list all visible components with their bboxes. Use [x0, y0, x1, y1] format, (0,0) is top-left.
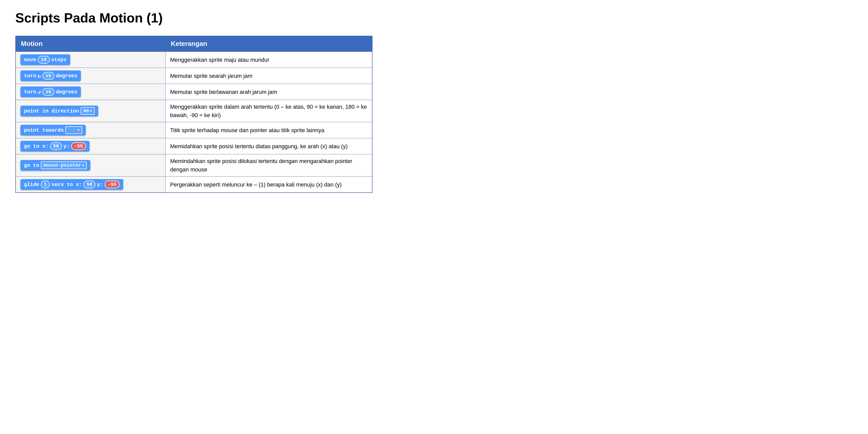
table-row: turn ↺ 15 degrees Memutar sprite berlawa…	[16, 84, 372, 100]
col-header-keterangan: Keterangan	[165, 36, 372, 52]
table-row: point in direction 90 Menggerakkan sprit…	[16, 100, 372, 122]
desc-turn-ccw: Memutar sprite berlawanan arah jarum jam	[165, 84, 372, 100]
block-oval-15-cw: 15	[42, 72, 54, 80]
block-oval-x58: 58	[50, 143, 62, 150]
block-oval-glide-y-55: -55	[104, 181, 119, 188]
page-title: Scripts Pada Motion (1)	[15, 10, 853, 26]
motion-table: Motion Keterangan move 10 steps Menggera…	[15, 36, 373, 193]
table-row: turn ↻ 15 degrees Memutar sprite searah …	[16, 68, 372, 84]
desc-point-towards: Titik sprite terhadap mouse dan pointer …	[165, 122, 372, 138]
block-point-direction: point in direction 90	[21, 105, 98, 116]
desc-point-direction: Menggerakkan sprite dalam arah tertentu …	[165, 100, 372, 122]
block-dropdown-90: 90	[81, 107, 95, 115]
block-goto-xy: go to x: 58 y: -55	[21, 141, 90, 152]
block-oval-1: 1	[41, 181, 50, 188]
table-row: move 10 steps Menggerakkan sprite maju a…	[16, 52, 372, 68]
block-cell-goto-mouse: go to mouse-pointer	[16, 154, 165, 177]
table-row: glide 1 secs to x: 58 y: -55 Pergerakkan…	[16, 177, 372, 193]
block-cell-glide: glide 1 secs to x: 58 y: -55	[16, 177, 165, 193]
desc-glide: Pergerakkan seperti meluncur ke – (1) be…	[165, 177, 372, 193]
cw-arrow-icon: ↻	[38, 73, 41, 79]
block-cell-goto-xy: go to x: 58 y: -55	[16, 138, 165, 154]
desc-turn-cw: Memutar sprite searah jarum jam	[165, 68, 372, 84]
block-turn-ccw: turn ↺ 15 degrees	[21, 87, 81, 97]
table-row: go to mouse-pointer Memindahkan sprite p…	[16, 154, 372, 177]
block-oval-10: 10	[38, 56, 50, 64]
block-dropdown-mouse: mouse-pointer	[41, 161, 87, 169]
block-glide: glide 1 secs to x: 58 y: -55	[21, 179, 123, 190]
ccw-arrow-icon: ↺	[38, 89, 41, 95]
block-oval-glide-x58: 58	[84, 181, 95, 188]
block-turn-cw: turn ↻ 15 degrees	[21, 70, 81, 81]
desc-goto-xy: Memidahkan sprite posisi tertentu diatas…	[165, 138, 372, 154]
block-cell-turn-cw: turn ↻ 15 degrees	[16, 68, 165, 84]
block-oval-y-55: -55	[71, 143, 86, 150]
desc-move-steps: Menggerakkan sprite maju atau mundur	[165, 52, 372, 68]
block-cell-point-direction: point in direction 90	[16, 100, 165, 122]
desc-goto-mouse: Memindahkan sprite posisi dilokasi terte…	[165, 154, 372, 177]
block-dropdown-towards	[65, 126, 82, 134]
table-row: go to x: 58 y: -55 Memidahkan sprite pos…	[16, 138, 372, 154]
block-oval-15-ccw: 15	[42, 88, 54, 96]
block-cell-turn-ccw: turn ↺ 15 degrees	[16, 84, 165, 100]
block-move-steps: move 10 steps	[21, 54, 70, 65]
block-point-towards: point towards	[21, 125, 86, 135]
block-cell-move-steps: move 10 steps	[16, 52, 165, 68]
block-cell-point-towards: point towards	[16, 122, 165, 138]
table-row: point towards Titik sprite terhadap mous…	[16, 122, 372, 138]
block-goto-mouse: go to mouse-pointer	[21, 160, 90, 171]
col-header-motion: Motion	[16, 36, 165, 52]
